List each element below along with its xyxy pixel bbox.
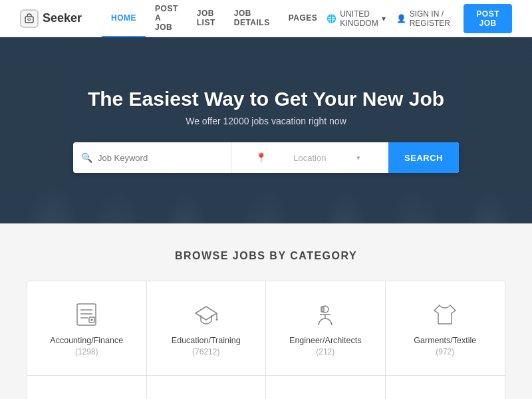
location-icon: 📍: [239, 152, 283, 163]
medical-icon: [430, 394, 460, 399]
search-icon: 🔍: [81, 152, 92, 163]
svg-rect-2: [77, 304, 96, 325]
hr-icon: [72, 394, 101, 399]
search-keyword-field: 🔍: [73, 142, 231, 173]
category-garments[interactable]: Garments/Textile (972): [386, 281, 505, 376]
hero-content: The Easiest Way to Get Your New Job We o…: [0, 88, 532, 173]
browse-section: BROWSE JOBS BY CATEGORY Accounting/Finan…: [0, 223, 532, 399]
category-medical[interactable]: Medical/Pharma (76212): [386, 376, 505, 399]
user-icon: 👤: [396, 14, 406, 23]
region-label: UNITED KINGDOM: [340, 9, 378, 28]
region-selector[interactable]: 🌐 UNITED KINGDOM ▾: [327, 9, 385, 28]
navbar-right: 🌐 UNITED KINGDOM ▾ 👤 SIGN IN / REGISTER …: [327, 4, 512, 33]
accounting-count: (1298): [75, 347, 98, 356]
keyword-input[interactable]: [98, 153, 223, 163]
svg-point-10: [215, 319, 217, 321]
category-education[interactable]: Education/Training (76212): [147, 281, 267, 376]
hero-title: The Easiest Way to Get Your New Job: [13, 88, 519, 110]
garments-count: (972): [436, 347, 454, 356]
education-name: Education/Training: [172, 336, 241, 345]
accounting-name: Accounting/Finance: [50, 336, 123, 345]
region-chevron: ▾: [382, 14, 386, 23]
nav-job-details[interactable]: JOB DETAILS: [225, 0, 279, 37]
svg-rect-0: [25, 17, 33, 23]
engineer-name: Engineer/Architects: [289, 336, 361, 345]
hero-subtitle: We offer 12000 jobs vacation right now: [13, 116, 519, 126]
nav-home[interactable]: HOME: [102, 0, 146, 37]
search-location-field[interactable]: 📍 Location ▾: [231, 142, 389, 173]
category-research[interactable]: Research/Consultancy (1298): [266, 376, 386, 399]
category-accounting[interactable]: Accounting/Finance (1298): [27, 281, 147, 376]
accounting-icon: [72, 300, 101, 329]
category-hr[interactable]: HR/Org. Development (1298): [27, 376, 147, 399]
research-icon: [311, 394, 340, 399]
globe-icon: 🌐: [327, 14, 336, 23]
sign-in-label: SIGN IN / REGISTER: [410, 9, 454, 28]
garments-name: Garments/Textile: [414, 336, 476, 345]
navbar: Seeker HOME POST A JOB JOB LIST JOB DETA…: [0, 0, 532, 37]
search-bar: 🔍 📍 Location ▾ SEARCH: [73, 142, 459, 173]
location-placeholder: Location: [288, 153, 332, 163]
nav-post-job[interactable]: POST A JOB: [146, 0, 188, 37]
search-button[interactable]: SEARCH: [388, 142, 459, 173]
education-count: (76212): [192, 347, 219, 356]
sign-in-link[interactable]: 👤 SIGN IN / REGISTER: [396, 9, 454, 28]
svg-rect-1: [28, 19, 31, 21]
garments-icon: [430, 300, 460, 329]
engineer-icon: [311, 300, 340, 329]
category-engineer[interactable]: Engineer/Architects (212): [266, 281, 386, 376]
hero-section: The Easiest Way to Get Your New Job We o…: [0, 37, 532, 223]
nav-pages[interactable]: PAGES: [279, 0, 327, 37]
browse-title: BROWSE JOBS BY CATEGORY: [20, 250, 512, 262]
categories-grid: Accounting/Finance (1298) Education/Trai…: [27, 281, 505, 399]
nav-job-list[interactable]: JOB LIST: [188, 0, 225, 37]
location-chevron: ▾: [337, 154, 381, 162]
nav-links: HOME POST A JOB JOB LIST JOB DETAILS PAG…: [102, 0, 327, 37]
brand-icon: [20, 9, 39, 28]
post-job-button[interactable]: POST JOB: [464, 4, 512, 33]
engineer-count: (212): [316, 347, 334, 356]
category-design[interactable]: Design/Creative (76212): [147, 376, 267, 399]
education-icon: [192, 300, 221, 329]
design-icon: [192, 394, 221, 399]
brand-name: Seeker: [43, 11, 82, 25]
brand-logo[interactable]: Seeker: [20, 9, 82, 28]
